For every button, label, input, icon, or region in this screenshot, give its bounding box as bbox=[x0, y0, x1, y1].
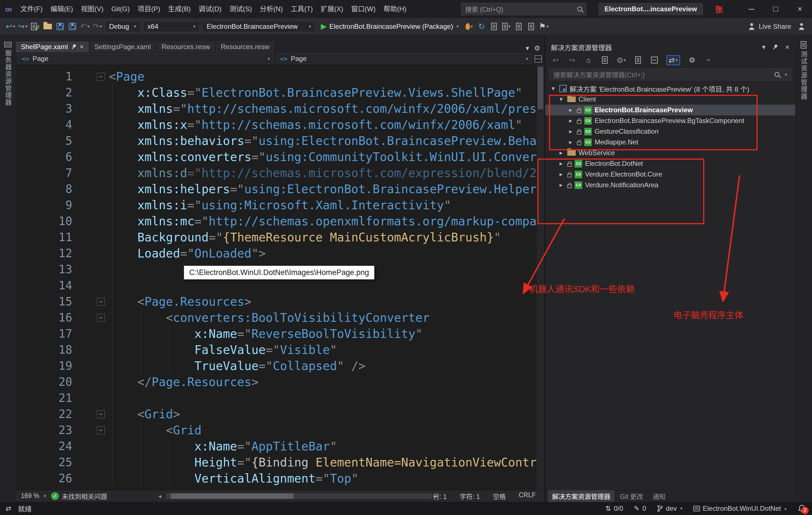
menu-item[interactable]: 测试(S) bbox=[226, 0, 256, 18]
fold-toggle[interactable]: − bbox=[97, 314, 105, 322]
tree-item[interactable]: ▸C#Verdure.NotificationArea bbox=[545, 180, 795, 190]
configuration-select[interactable]: Debug▾ bbox=[105, 21, 140, 32]
tree-item[interactable]: ▸C#ElectronBot.BraincasePreview.BgTaskCo… bbox=[545, 115, 795, 126]
tree-item[interactable]: ▸C#ElectronBot.DotNet bbox=[545, 158, 795, 169]
tree-item[interactable]: ▸WebService bbox=[545, 147, 795, 158]
line-indicator[interactable]: 行: 1 bbox=[433, 491, 447, 501]
undo-icon[interactable]: ↶▾ bbox=[80, 20, 90, 33]
menu-item[interactable]: 工具(T) bbox=[287, 0, 317, 18]
solution-search-box[interactable]: 搜索解决方案资源管理器(Ctrl+;) ▾ bbox=[549, 68, 791, 80]
fold-toggle[interactable]: − bbox=[97, 298, 105, 306]
editor-options-gear-icon[interactable]: ⚙ bbox=[534, 44, 540, 52]
scrollbar-thumb[interactable] bbox=[171, 493, 293, 499]
editor-horizontal-scrollbar[interactable] bbox=[166, 493, 433, 499]
sync-with-active-document-icon[interactable]: ⇄▾ bbox=[667, 55, 680, 65]
account-badge[interactable]: 张 bbox=[715, 3, 723, 15]
startup-project-select[interactable]: ElectronBot.BraincasePreview▾ bbox=[202, 21, 315, 32]
tree-item[interactable]: ▸C#Mediapipe.Net bbox=[545, 137, 795, 147]
column-indicator[interactable]: 字符: 1 bbox=[460, 491, 480, 501]
scrollbar-thumb[interactable] bbox=[538, 67, 543, 109]
uncomment-icon[interactable] bbox=[526, 20, 536, 33]
menu-item[interactable]: 窗口(W) bbox=[347, 0, 380, 18]
platform-select[interactable]: x64▾ bbox=[143, 21, 200, 32]
more-options-icon[interactable]: − bbox=[704, 54, 713, 66]
chevron-down-icon[interactable]: ▾ bbox=[762, 43, 765, 51]
open-file-icon[interactable] bbox=[43, 20, 53, 33]
new-scope-icon[interactable] bbox=[634, 54, 642, 66]
menu-item[interactable]: 项目(P) bbox=[134, 0, 164, 18]
tree-item[interactable]: ▸C#GestureClassification bbox=[545, 126, 795, 137]
git-sync-status[interactable]: ⇅0/0 bbox=[605, 505, 623, 512]
tree-item[interactable]: ▾Client bbox=[545, 94, 795, 105]
back-icon[interactable]: ↩ bbox=[551, 54, 560, 66]
editor-tab[interactable]: Resources.resw bbox=[156, 41, 216, 52]
branch-selector[interactable]: dev▾ bbox=[657, 505, 683, 512]
scroll-left-icon[interactable]: ◂ bbox=[158, 493, 161, 499]
pending-changes-filter-icon[interactable]: ⊙▾ bbox=[617, 54, 626, 66]
chevron-right-icon[interactable]: ▸ bbox=[558, 149, 564, 156]
switch-views-icon[interactable] bbox=[601, 54, 609, 66]
editor-tab[interactable]: ShellPage.xaml× bbox=[16, 41, 89, 52]
chevron-down-icon[interactable]: ▾ bbox=[558, 95, 564, 103]
chevron-right-icon[interactable]: ▸ bbox=[567, 139, 574, 146]
live-share-button[interactable]: Live Share bbox=[748, 23, 791, 30]
fold-toggle[interactable]: − bbox=[97, 73, 105, 81]
chevron-right-icon[interactable]: ▸ bbox=[567, 128, 574, 135]
quick-search-box[interactable]: 搜索 (Ctrl+Q) bbox=[461, 3, 586, 15]
restart-icon[interactable]: ↻ bbox=[477, 20, 486, 33]
panel-tab[interactable]: 解决方案资源管理器 bbox=[548, 490, 614, 502]
tab-list-dropdown-icon[interactable]: ▾ bbox=[526, 44, 529, 52]
pin-icon[interactable] bbox=[772, 44, 779, 51]
properties-gear-icon[interactable]: ⚙ bbox=[688, 54, 696, 66]
editor-vertical-scrollbar[interactable] bbox=[537, 65, 544, 490]
right-element-selector[interactable]: <> Page▾ bbox=[276, 53, 532, 64]
chevron-right-icon[interactable]: ▸ bbox=[558, 171, 564, 178]
tree-item[interactable]: ▸C#ElectronBot.BraincasePreview bbox=[545, 105, 795, 115]
editor-tab[interactable]: SettingsPage.xaml bbox=[89, 41, 156, 52]
menu-item[interactable]: 调试(D) bbox=[195, 0, 225, 18]
chevron-right-icon[interactable]: ▸ bbox=[558, 181, 564, 189]
zoom-select[interactable]: 169 %▾ bbox=[16, 492, 51, 500]
home-icon[interactable]: ⌂ bbox=[584, 54, 593, 66]
server-explorer-vertical-tab[interactable]: 服务器资源管理器 bbox=[3, 50, 13, 106]
close-icon[interactable]: × bbox=[785, 43, 789, 52]
close-button[interactable]: × bbox=[788, 0, 812, 18]
menu-item[interactable]: 分析(N) bbox=[256, 0, 287, 18]
background-tasks-icon[interactable]: ⇄ bbox=[6, 505, 11, 512]
minimize-button[interactable]: ─ bbox=[739, 0, 763, 18]
chevron-down-icon[interactable]: ▾ bbox=[550, 85, 556, 92]
spaces-indicator[interactable]: 空格 bbox=[493, 491, 506, 501]
forward-icon[interactable]: ↪ bbox=[568, 54, 576, 66]
tree-item[interactable]: ▸C#Verdure.ElectronBot.Core bbox=[545, 169, 795, 180]
save-icon[interactable] bbox=[55, 20, 65, 33]
start-debugging-button[interactable]: ▶ ElectronBot.BraincasePreview (Package)… bbox=[318, 20, 462, 33]
chevron-right-icon[interactable]: ▸ bbox=[567, 106, 574, 114]
feedback-icon[interactable] bbox=[797, 20, 806, 33]
pending-edits-status[interactable]: ✎0 bbox=[634, 505, 646, 512]
tree-item[interactable]: ▾解决方案 'ElectronBot.BraincasePreview' (8 … bbox=[545, 83, 795, 94]
navigate-forward-icon[interactable]: ↪▾ bbox=[18, 20, 28, 33]
redo-icon[interactable]: ↷▾ bbox=[92, 20, 102, 33]
close-icon[interactable]: × bbox=[80, 43, 84, 51]
menu-item[interactable]: 文件(F) bbox=[16, 0, 47, 18]
comment-icon[interactable] bbox=[514, 20, 524, 33]
eol-indicator[interactable]: CRLF bbox=[519, 491, 536, 501]
bookmark-icon[interactable]: ⚑▾ bbox=[539, 20, 549, 33]
maximize-button[interactable]: □ bbox=[763, 0, 788, 18]
fold-toggle[interactable]: − bbox=[97, 426, 105, 434]
panel-tab[interactable]: 通知 bbox=[649, 490, 670, 502]
notifications-bell[interactable]: 2 bbox=[798, 504, 806, 513]
pin-icon[interactable] bbox=[70, 43, 77, 50]
left-element-selector[interactable]: <> Page▾ bbox=[18, 53, 273, 64]
split-view-icon[interactable] bbox=[534, 55, 542, 63]
menu-item[interactable]: 编辑(E) bbox=[47, 0, 77, 18]
fold-toggle[interactable]: − bbox=[97, 410, 105, 418]
navigate-backward-icon[interactable]: ↩▾ bbox=[6, 20, 15, 33]
editor-tab[interactable]: Resources.resw bbox=[216, 41, 275, 52]
chevron-right-icon[interactable]: ▸ bbox=[558, 160, 564, 167]
collapse-all-icon[interactable] bbox=[650, 54, 659, 66]
chevron-right-icon[interactable]: ▸ bbox=[567, 117, 574, 124]
test-explorer-vertical-tab[interactable]: 测试资源管理器 bbox=[799, 51, 808, 100]
save-all-icon[interactable] bbox=[68, 20, 77, 33]
hot-reload-icon[interactable]: ▾ bbox=[464, 20, 474, 33]
